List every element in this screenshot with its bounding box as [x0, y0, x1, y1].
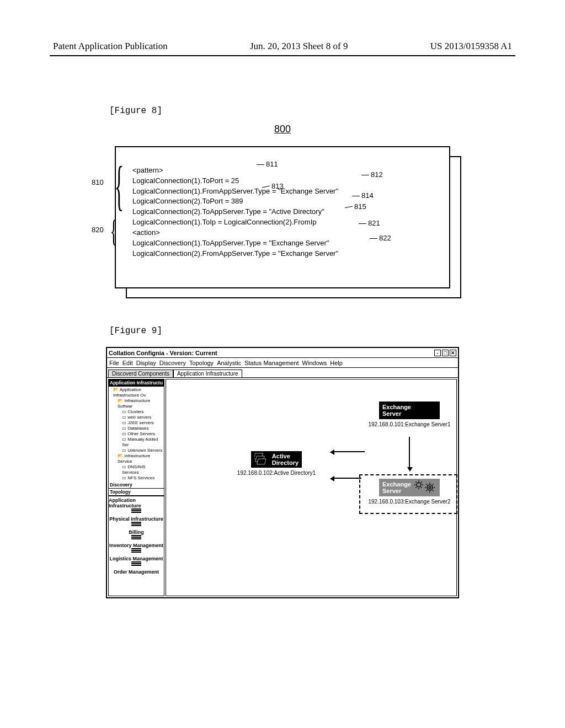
directory-icon — [254, 452, 270, 467]
figure-8: 810 { 820 { <pattern> LogicalConnection(… — [115, 146, 468, 296]
stack-icon — [131, 508, 141, 514]
code-line: LogicalConnection(1).FromAppServer.Type … — [132, 187, 338, 195]
code-line: <pattern> — [132, 166, 163, 174]
stack-icon — [131, 522, 141, 527]
tree-item[interactable]: 📂 Infrastructure Service — [110, 453, 163, 464]
tree-item[interactable]: 📂 Application Infrastructure Ov — [110, 387, 163, 398]
tree-item[interactable]: ▭ Databases — [110, 426, 163, 431]
node-caption: 192.168.0.101:Exchange Server1 — [363, 421, 456, 427]
svg-point-6 — [417, 483, 421, 487]
tab-discovered-components[interactable]: Discoverd Components — [108, 370, 173, 377]
callout-822: 822 — [370, 234, 391, 242]
header-mid: Jun. 20, 2013 Sheet 8 of 9 — [250, 41, 348, 52]
node-exchange-2-group[interactable]: Exchange Server 192.168.0.103:Exchange S… — [359, 474, 457, 514]
window-titlebar: Collation Confignia - Version: Current -… — [107, 348, 458, 358]
group-label-820: 820 — [92, 226, 104, 234]
group-label-810: 810 — [92, 178, 104, 186]
tree-item[interactable]: 📂 Infrastructure Softwar — [110, 398, 163, 409]
callout-821: 821 — [359, 219, 380, 227]
tree-item[interactable]: ▭ web servers — [110, 415, 163, 420]
stack-icon — [131, 535, 141, 540]
sidebar-item-order[interactable]: Order Management — [109, 568, 164, 576]
stack-icon — [131, 561, 141, 567]
code-line: LogicalConnection(2).ToAppServer.Type = … — [132, 207, 324, 216]
page-header: Patent Application Publication Jun. 20, … — [50, 41, 515, 54]
sidebar: Application Infrastructu 📂 Application I… — [108, 379, 164, 596]
close-icon[interactable]: ✕ — [450, 350, 456, 356]
menu-item-file[interactable]: File — [109, 360, 119, 366]
callout-815: 815 — [345, 202, 366, 211]
sidebar-item-inventory[interactable]: Inventory Management — [109, 542, 164, 555]
node-exchange-1[interactable]: Exchange Server 192.168.0.101:Exchange S… — [363, 402, 456, 427]
tree-item[interactable]: ▭ Manualy Added Ser — [110, 437, 163, 448]
menu-bar[interactable]: File Edit Display Discovery Topology Ana… — [107, 358, 458, 368]
sidebar-section-discovery[interactable]: Discovery — [109, 481, 164, 489]
menu-item-topology[interactable]: Topology — [189, 360, 214, 366]
menu-item-windows[interactable]: Windows — [302, 360, 327, 366]
svg-rect-5 — [257, 459, 265, 464]
callout-811: 811 — [257, 160, 278, 168]
tree-item[interactable]: ▭ NFS Services — [110, 475, 163, 481]
menu-item-help[interactable]: Help — [330, 360, 343, 366]
tab-row: Discoverd Components Application Infrast… — [107, 368, 458, 378]
svg-point-2 — [429, 409, 431, 411]
tree-item[interactable]: ▭ Clusters — [110, 409, 163, 415]
maximize-icon[interactable]: □ — [442, 350, 449, 356]
minimize-icon[interactable]: - — [434, 350, 441, 356]
menu-item-discovery[interactable]: Discovery — [159, 360, 186, 366]
node-caption: 192.168.0.102:Active Directory1 — [221, 470, 332, 476]
figure-8-number: 800 — [50, 124, 515, 135]
figure-9-caption: [Figure 9] — [109, 326, 515, 336]
window-title: Collation Confignia - Version: Current — [109, 350, 217, 356]
menu-item-display[interactable]: Display — [136, 360, 156, 366]
sidebar-section-topology[interactable]: Topology — [109, 489, 164, 496]
code-line: LogicalConnection(2).ToPort = 389 — [132, 197, 243, 205]
arrow-ex2-to-ad — [332, 478, 361, 479]
code-line: LogicalConnection(1).ToAppServer.Type = … — [132, 239, 329, 247]
sidebar-section-app-infra[interactable]: Application Infrastructu — [109, 379, 164, 387]
figure-9-window: Collation Confignia - Version: Current -… — [106, 347, 459, 598]
sidebar-item-logistics[interactable]: Logistics Management — [109, 555, 164, 568]
tree-item[interactable]: ▭ J2EE servers — [110, 420, 163, 426]
sidebar-item-phys-infra[interactable]: Physical Infrastructure — [109, 515, 164, 528]
tree-item[interactable]: ▭ Unknown Servers — [110, 448, 163, 453]
figure-8-caption: [Figure 8] — [109, 106, 515, 116]
gear-icon — [413, 403, 436, 418]
sidebar-item-app-infra[interactable]: Application Infrastructure — [109, 496, 164, 515]
arrow-ex1-down — [409, 437, 410, 470]
svg-point-7 — [427, 485, 433, 490]
brace-820-icon: { — [110, 212, 118, 249]
brace-810-icon: { — [115, 154, 124, 217]
tree-item[interactable]: ▭ DNS/NIS Services — [110, 464, 163, 475]
arrow-ex1-to-ad — [332, 451, 365, 452]
figure-8-code: <pattern> LogicalConnection(1).ToPort = … — [132, 155, 452, 269]
sidebar-item-billing[interactable]: Billing — [109, 528, 164, 542]
node-active-directory[interactable]: Active Directory 192.168.0.102:Active Di… — [221, 451, 332, 476]
callout-813: 813 — [262, 182, 284, 190]
code-line: LogicalConnection(1).ToPort = 25 — [132, 176, 239, 185]
header-left: Patent Application Publication — [53, 41, 168, 52]
svg-point-8 — [429, 486, 431, 489]
menu-item-analystic[interactable]: Analystic — [217, 360, 241, 366]
header-right: US 2013/0159358 A1 — [430, 41, 512, 52]
node-caption: 192.168.0.103:Exchange Server2 — [363, 499, 456, 505]
callout-812: 812 — [361, 170, 383, 179]
menu-item-status[interactable]: Status Management — [244, 360, 299, 366]
menu-item-edit[interactable]: Edit — [122, 360, 133, 366]
header-rule — [50, 55, 515, 56]
topology-canvas[interactable]: Exchange Server 192.168.0.101:Exchange S… — [166, 379, 457, 596]
svg-point-0 — [417, 405, 421, 410]
code-line: <action> — [132, 228, 160, 237]
node-label: Exchange Server — [379, 402, 440, 419]
code-line: LogicalConnection(2).FromAppServer.Type … — [132, 249, 338, 258]
stack-icon — [131, 548, 141, 554]
sidebar-tree: 📂 Application Infrastructure Ov 📂 Infras… — [109, 387, 164, 481]
gear-icon — [413, 480, 436, 495]
node-label: Exchange Server — [379, 479, 440, 496]
tab-application-infrastructure[interactable]: Application Infrastructure — [173, 370, 242, 377]
code-line: LogicalConnection(1).ToIp = LogicalConne… — [132, 218, 317, 226]
svg-point-1 — [427, 408, 433, 413]
node-label: Active Directory — [251, 451, 302, 468]
tree-item[interactable]: ▭ Other Servers — [110, 431, 163, 437]
callout-814: 814 — [352, 191, 374, 200]
